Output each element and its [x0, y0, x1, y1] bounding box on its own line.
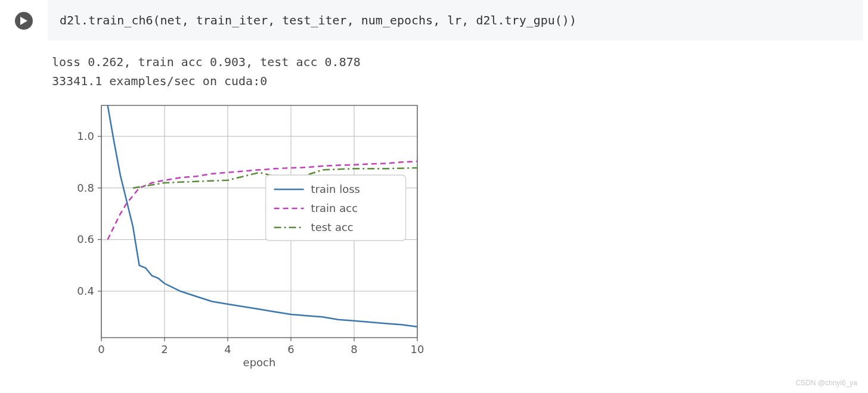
- svg-text:6: 6: [287, 343, 294, 355]
- svg-text:1.0: 1.0: [77, 130, 94, 142]
- chart-svg: 02468100.40.60.81.0epochtrain losstrain …: [57, 99, 426, 373]
- svg-text:0.4: 0.4: [77, 285, 94, 297]
- svg-text:0.8: 0.8: [77, 182, 94, 194]
- svg-text:train loss: train loss: [311, 183, 360, 195]
- run-button[interactable]: [15, 12, 33, 30]
- svg-text:8: 8: [351, 343, 357, 355]
- output-line-2: 33341.1 examples/sec on cuda:0: [52, 71, 868, 91]
- svg-text:10: 10: [411, 343, 424, 355]
- svg-text:epoch: epoch: [243, 356, 276, 369]
- play-icon: [20, 17, 27, 25]
- watermark: CSDN @chnyi6_ya: [795, 379, 857, 387]
- svg-text:4: 4: [224, 343, 231, 355]
- code-cell[interactable]: d2l.train_ch6(net, train_iter, test_iter…: [48, 0, 863, 40]
- output-text: loss 0.262, train acc 0.903, test acc 0.…: [51, 40, 868, 91]
- run-button-area: [0, 0, 48, 30]
- svg-text:0.6: 0.6: [77, 233, 94, 245]
- code-text: d2l.train_ch6(net, train_iter, test_iter…: [60, 13, 576, 27]
- notebook-cell: d2l.train_ch6(net, train_iter, test_iter…: [0, 0, 868, 40]
- svg-marker-0: [20, 17, 27, 25]
- svg-text:2: 2: [161, 343, 168, 355]
- svg-text:test acc: test acc: [311, 221, 354, 233]
- svg-text:train acc: train acc: [311, 202, 358, 214]
- chart: 02468100.40.60.81.0epochtrain losstrain …: [57, 99, 868, 376]
- svg-text:0: 0: [98, 343, 104, 355]
- output-line-1: loss 0.262, train acc 0.903, test acc 0.…: [52, 52, 868, 71]
